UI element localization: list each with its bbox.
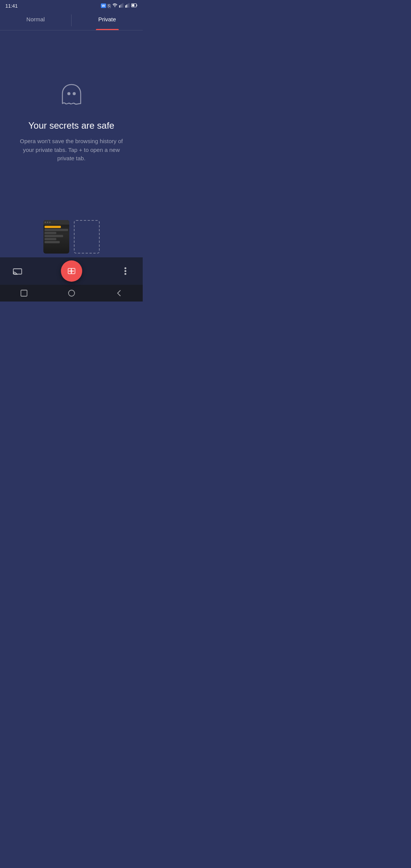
tab-thumbnail[interactable]: [43, 220, 69, 254]
svg-point-17: [124, 273, 126, 275]
nav-recents-button[interactable]: [16, 285, 32, 302]
new-tab-placeholder[interactable]: [74, 220, 100, 254]
svg-rect-0: [119, 5, 120, 8]
bottom-toolbar: + 1: [0, 257, 143, 285]
tab-active-indicator: [96, 29, 119, 30]
ghost-icon: [56, 80, 87, 112]
tab-normal[interactable]: Normal: [0, 11, 71, 30]
svg-rect-10: [132, 4, 134, 6]
clipboard-icon: ⎘: [108, 3, 111, 9]
nav-back-button[interactable]: [111, 285, 127, 302]
status-icons: W ⎘: [101, 3, 138, 9]
tab-normal-label: Normal: [26, 16, 45, 22]
thumb-row-3: [45, 232, 56, 234]
thumb-dot-2: [47, 222, 48, 223]
thumb-row-4: [45, 235, 64, 237]
empty-state-title: Your secrets are safe: [29, 120, 115, 131]
thumb-dot: [45, 222, 46, 223]
svg-point-11: [67, 92, 70, 95]
w-app-icon: W: [101, 3, 107, 8]
more-menu-button[interactable]: [117, 263, 134, 279]
main-content: Your secrets are safe Opera won't save t…: [0, 30, 143, 212]
tab-count-button[interactable]: 1: [63, 263, 80, 279]
wifi-icon: [112, 3, 118, 8]
signal-icon: [119, 3, 124, 8]
thumb-dot-3: [49, 222, 51, 223]
svg-rect-5: [126, 5, 127, 8]
nav-home-button[interactable]: [63, 285, 80, 302]
svg-rect-2: [121, 4, 122, 8]
svg-rect-7: [129, 3, 129, 8]
thumb-row-5: [45, 238, 56, 240]
svg-rect-13: [13, 269, 22, 274]
thumbnails-area: [0, 212, 143, 257]
svg-rect-1: [120, 5, 121, 8]
svg-point-15: [124, 267, 126, 269]
thumb-row-1: [45, 226, 61, 228]
svg-point-16: [124, 270, 126, 272]
signal2-icon: [125, 3, 130, 8]
svg-rect-18: [21, 290, 27, 296]
thumb-row-6: [45, 241, 60, 243]
tab-count-number: 1: [70, 269, 73, 273]
tab-count-badge: 1: [68, 268, 75, 274]
thumb-row-2: [45, 229, 68, 231]
thumb-inner: [43, 220, 69, 254]
tab-private[interactable]: Private: [72, 11, 143, 30]
svg-point-12: [73, 92, 76, 95]
empty-state-subtitle: Opera won't save the browsing history of…: [18, 137, 125, 163]
status-time: 11:41: [5, 3, 18, 9]
svg-point-19: [68, 290, 75, 296]
svg-rect-4: [125, 5, 126, 8]
cast-button[interactable]: [9, 263, 26, 279]
svg-rect-9: [137, 5, 137, 6]
nav-bar: [0, 285, 143, 302]
thumb-bar: [43, 220, 69, 225]
status-bar: 11:41 W ⎘: [0, 0, 143, 11]
tab-bar: Normal Private: [0, 11, 143, 30]
battery-icon: [131, 3, 137, 8]
svg-rect-6: [127, 4, 128, 8]
thumb-content: [43, 225, 69, 254]
svg-rect-3: [123, 3, 123, 8]
tab-private-label: Private: [98, 16, 116, 22]
